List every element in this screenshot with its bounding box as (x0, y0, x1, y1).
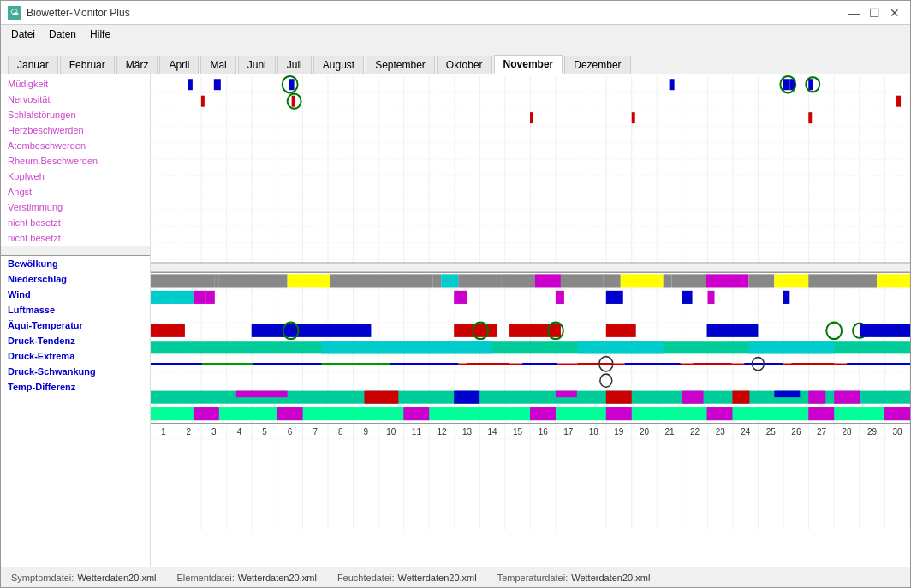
tab-dezember[interactable]: Dezember (564, 56, 630, 74)
symptomdatei-value: Wetterdaten20.xml (77, 573, 156, 583)
svg-text:2: 2 (187, 427, 192, 437)
svg-rect-57 (214, 79, 221, 90)
menu-datei[interactable]: Datei (4, 27, 42, 43)
svg-text:10: 10 (386, 427, 396, 437)
svg-rect-71 (632, 112, 635, 123)
svg-rect-69 (896, 96, 901, 107)
tab-april[interactable]: April (159, 56, 199, 74)
svg-rect-66 (201, 96, 205, 107)
svg-rect-76 (288, 274, 330, 287)
labels-panel: Müdigkeit Nervosität Schlafstörungen Her… (1, 74, 151, 567)
label-druck-tendenz: Druck-Tendenz (1, 333, 150, 348)
svg-rect-120 (748, 341, 834, 353)
label-luftmasse: Luftmasse (1, 302, 150, 318)
svg-rect-139 (236, 391, 288, 398)
label-bewolkung: Bewölkung (1, 256, 150, 271)
svg-text:19: 19 (614, 427, 623, 437)
temperaturdatei-label: Temperaturdatei: (497, 573, 569, 583)
label-rheumbeschwerden: Rheum.Beschwerden (1, 153, 150, 169)
svg-rect-116 (860, 324, 910, 337)
svg-rect-153 (530, 407, 556, 420)
temperaturdatei-value: Wetterdaten20.xml (571, 573, 650, 583)
svg-rect-75 (219, 274, 288, 287)
svg-rect-150 (194, 407, 219, 420)
svg-rect-113 (707, 324, 759, 337)
svg-text:28: 28 (842, 427, 851, 437)
svg-rect-96 (176, 291, 194, 304)
svg-rect-95 (172, 291, 176, 304)
menu-hilfe[interactable]: Hilfe (83, 27, 117, 43)
tab-juni[interactable]: Juni (238, 56, 276, 74)
svg-rect-70 (530, 112, 533, 123)
svg-rect-61 (783, 79, 789, 90)
tab-oktober[interactable]: Oktober (437, 56, 492, 74)
tab-mai[interactable]: Mai (200, 56, 235, 74)
svg-rect-89 (748, 274, 774, 287)
month-tabs: Januar Februar März April Mai Juni Juli … (1, 45, 910, 74)
svg-rect-106 (252, 324, 372, 337)
svg-text:22: 22 (690, 427, 700, 437)
label-nicht-besetzt-1: nicht besetzt (1, 215, 150, 230)
svg-rect-118 (322, 341, 493, 353)
svg-rect-44 (151, 263, 910, 272)
separator (1, 246, 150, 256)
menu-daten[interactable]: Daten (42, 27, 83, 43)
maximize-button[interactable]: ☐ (866, 5, 883, 21)
label-herzbeschwerden: Herzbeschwerden (1, 122, 150, 138)
svg-rect-144 (682, 391, 704, 404)
svg-rect-73 (151, 274, 215, 287)
label-niederschlag: Niederschlag (1, 271, 150, 287)
svg-rect-92 (860, 274, 877, 287)
svg-rect-152 (403, 407, 429, 420)
svg-rect-60 (670, 79, 675, 90)
svg-text:1: 1 (161, 427, 166, 437)
svg-rect-74 (215, 274, 219, 287)
tab-november[interactable]: November (494, 55, 563, 74)
svg-text:29: 29 (867, 427, 877, 437)
svg-text:8: 8 (338, 427, 343, 437)
svg-rect-140 (364, 391, 398, 404)
svg-rect-72 (808, 112, 812, 123)
svg-text:26: 26 (791, 427, 801, 437)
symptomdatei-label: Symptomdatei: (11, 573, 74, 583)
main-chart: 1 2 3 4 5 6 7 8 9 10 11 12 13 14 15 16 1 (151, 76, 910, 567)
label-mudigkeit: Müdigkeit (1, 76, 150, 92)
label-temp-differenz: Temp-Differenz (1, 379, 150, 395)
feuchtedatei-value: Wetterdaten20.xml (398, 573, 477, 583)
svg-rect-80 (458, 274, 501, 287)
label-verstimmung: Verstimmung (1, 199, 150, 215)
svg-rect-110 (509, 324, 561, 337)
svg-rect-101 (606, 291, 623, 304)
tab-maerz[interactable]: März (116, 56, 158, 74)
tab-januar[interactable]: Januar (8, 56, 58, 74)
svg-rect-147 (808, 391, 825, 404)
svg-rect-68 (292, 96, 295, 107)
svg-rect-148 (834, 391, 860, 404)
svg-text:11: 11 (412, 427, 421, 437)
svg-rect-56 (188, 79, 193, 90)
svg-rect-146 (774, 391, 800, 398)
tab-september[interactable]: September (366, 56, 435, 74)
tab-juli[interactable]: Juli (277, 56, 312, 74)
svg-text:18: 18 (589, 427, 598, 437)
svg-rect-154 (606, 407, 632, 420)
svg-rect-97 (194, 291, 206, 304)
tab-august[interactable]: August (313, 56, 364, 74)
window-title: Biowetter-Monitor Plus (27, 7, 130, 19)
svg-rect-103 (708, 291, 715, 304)
minimize-button[interactable]: — (845, 5, 862, 21)
label-atembeschwerden: Atembeschwerden (1, 138, 150, 153)
svg-text:16: 16 (539, 427, 548, 437)
close-button[interactable]: ✕ (886, 5, 903, 21)
chart-panel: 1 2 3 4 5 6 7 8 9 10 11 12 13 14 15 16 1 (151, 74, 910, 567)
svg-text:5: 5 (262, 427, 267, 437)
tab-februar[interactable]: Februar (60, 56, 115, 74)
svg-rect-108 (454, 324, 497, 337)
svg-rect-105 (151, 324, 185, 337)
elementdatei-label: Elementdatei: (177, 573, 235, 583)
label-druck-schwankung: Druck-Schwankung (1, 364, 150, 379)
day-axis-spacer (1, 395, 150, 412)
svg-text:23: 23 (716, 427, 725, 437)
menu-bar: Datei Daten Hilfe (1, 25, 910, 45)
main-window: 🌤 Biowetter-Monitor Plus — ☐ ✕ Datei Dat… (0, 0, 911, 588)
